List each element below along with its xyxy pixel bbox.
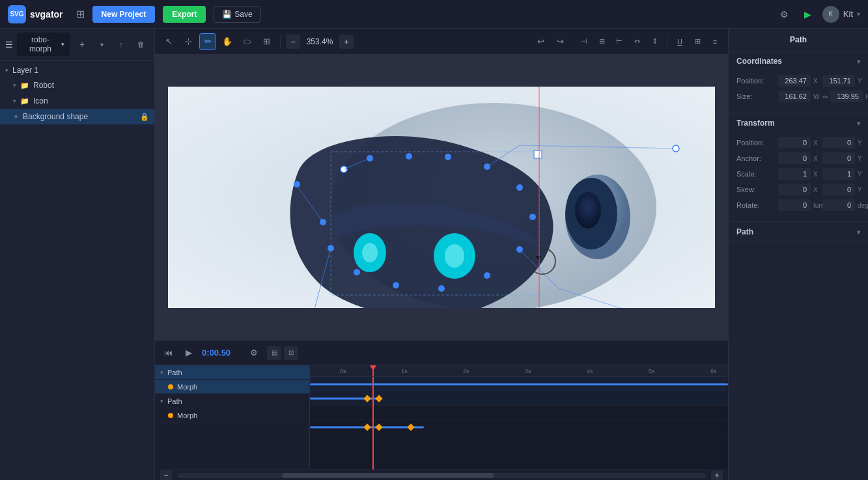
menu-icon[interactable]: ☰ (5, 40, 13, 49)
path-section: Path ▾ (729, 222, 868, 242)
scale-label: Scale: (736, 170, 776, 178)
rotate2-unit: deg (858, 202, 864, 209)
zoom-plus-button[interactable]: + (339, 35, 354, 49)
transform-tool-button[interactable]: ⊹ (180, 33, 197, 50)
scale-y-value[interactable]: 1 (822, 168, 855, 180)
align-center-button[interactable]: ⊞ (594, 34, 609, 49)
coordinates-header[interactable]: Coordinates ▾ (729, 51, 868, 71)
flip-h-button[interactable]: ⇔ (629, 34, 645, 49)
grid-snap-button[interactable]: ⊞ (690, 34, 705, 49)
distribute-button[interactable]: ≡ (707, 34, 723, 49)
timeline-zoom-out-button[interactable]: − (160, 470, 172, 481)
size-w-value[interactable]: 161.62 (778, 91, 811, 102)
position-y-value[interactable]: 151.71 (822, 75, 855, 87)
underline-button[interactable]: U (672, 34, 688, 49)
size-w-unit: W (813, 93, 820, 100)
svg-point-15 (529, 214, 536, 220)
left-panel: ☰ robo-morph ▾ + ▾ ↑ 🗑 ▾ Layer 1 ▾ 📁 Rob… (0, 29, 155, 480)
timeline-scroll-thumb[interactable] (283, 473, 494, 478)
path-header[interactable]: Path ▾ (729, 222, 868, 242)
keyframe-morph1-2[interactable] (375, 395, 382, 402)
size-h-value[interactable]: 139.95 (830, 91, 863, 102)
transform-pos-x-value[interactable]: 0 (778, 137, 811, 148)
morph2-label: Morph (177, 412, 304, 419)
new-project-button[interactable]: New Project (92, 6, 156, 23)
canvas-area[interactable] (155, 55, 728, 340)
transform-pos-y-value[interactable]: 0 (822, 137, 855, 148)
skew-y-value[interactable]: 0 (822, 184, 855, 195)
path1-chevron-icon: ▾ (160, 369, 163, 376)
anchor-y-value[interactable]: 0 (822, 152, 855, 164)
timeline-panel-icons: ▤ ⊡ (267, 346, 298, 360)
keyframe-morph1-1[interactable] (363, 395, 371, 402)
timeline-label-morph1[interactable]: Morph (155, 380, 309, 394)
rotate-row: Rotate: 0 turn 0 deg (736, 199, 860, 211)
pen-tool-button[interactable]: ✏ (199, 33, 216, 50)
anchor-x-unit: X (813, 155, 820, 162)
transform-pos-y-unit: Y (858, 139, 864, 147)
svg-rect-35 (534, 150, 542, 158)
timeline-skip-start-button[interactable]: ⏮ (160, 345, 176, 361)
sidebar-item-icon[interactable]: ▾ 📁 Icon (0, 93, 154, 109)
tab-robo-morph[interactable]: robo-morph ▾ (17, 33, 70, 56)
collapse-button[interactable]: ↑ (113, 36, 130, 53)
align-right-button[interactable]: ⊢ (611, 34, 627, 49)
flip-v-button[interactable]: ⇕ (647, 34, 662, 49)
zoom-minus-button[interactable]: − (286, 35, 300, 49)
undo-redo: ↩ ↪ (532, 33, 568, 50)
size-h-unit: H (865, 93, 868, 100)
size-link-icon[interactable]: ⇔ (822, 93, 828, 100)
transform-chevron-icon: ▾ (857, 120, 860, 127)
timeline-label-morph2[interactable]: Morph (155, 408, 309, 423)
skew-x-value[interactable]: 0 (778, 184, 811, 195)
add-layer-button[interactable]: + (74, 36, 91, 53)
scale-x-value[interactable]: 1 (778, 168, 811, 180)
user-menu[interactable]: K Kit ▾ (822, 6, 860, 23)
save-button[interactable]: 💾 Save (214, 6, 260, 23)
user-name: Kit (843, 9, 853, 19)
sidebar-item-robot[interactable]: ▾ 📁 Robot (0, 78, 154, 93)
align-left-button[interactable]: ⊣ (576, 34, 592, 49)
export-button[interactable]: Export (163, 6, 206, 23)
settings-icon[interactable]: ⚙ (776, 5, 794, 23)
transform-content: Position: 0 X 0 Y Anchor: 0 X 0 Y Scale: (729, 133, 868, 221)
timeline-scroll-track[interactable] (177, 473, 706, 478)
timeline-zoom-in-button[interactable]: + (711, 470, 723, 481)
undo-button[interactable]: ↩ (532, 33, 549, 50)
timeline-view-btn1[interactable]: ▤ (267, 346, 281, 360)
svg-point-5 (445, 244, 464, 268)
save-icon: 💾 (222, 10, 232, 19)
coordinates-content: Position: 263.47 X 151.71 Y Size: 161.62… (729, 71, 868, 113)
svg-point-19 (393, 282, 399, 289)
ellipse-tool-button[interactable]: ⬭ (238, 33, 255, 50)
delete-layer-button[interactable]: 🗑 (132, 36, 149, 53)
timeline-view-btn2[interactable]: ⊡ (284, 346, 298, 360)
hand-tool-button[interactable]: ✋ (219, 33, 236, 50)
layer-group-layer1[interactable]: ▾ Layer 1 (0, 63, 154, 78)
layer-options-button[interactable]: ▾ (93, 36, 110, 53)
timeline-label-path2[interactable]: ▾ Path (155, 394, 309, 408)
skew-x-unit: X (813, 186, 820, 193)
transform-header[interactable]: Transform ▾ (729, 113, 868, 133)
timeline-track[interactable]: 0s 1s 2s 3s 4s 5s 6s 7s 8s 9s 10s (310, 365, 728, 470)
timeline-play-button[interactable]: ▶ (181, 345, 197, 361)
select-tool-button[interactable]: ↖ (160, 33, 177, 50)
bg-star-icon: ✦ (13, 113, 19, 121)
redo-button[interactable]: ↪ (552, 33, 568, 50)
position-x-value[interactable]: 263.47 (778, 75, 811, 87)
skew-y-unit: Y (858, 186, 864, 193)
size-label: Size: (736, 92, 776, 100)
path-chevron-icon: ▾ (857, 229, 860, 236)
timeline-label-path1[interactable]: ▾ Path (155, 365, 309, 380)
timeline-settings-button[interactable]: ⚙ (246, 345, 262, 361)
keyframe-morph2-2[interactable] (375, 423, 382, 431)
play-icon[interactable]: ▶ (799, 5, 817, 23)
anchor-x-value[interactable]: 0 (778, 152, 811, 164)
rotate2-value[interactable]: 0 (822, 199, 855, 211)
fit-tool-button[interactable]: ⊞ (258, 33, 275, 50)
apps-grid-icon[interactable]: ⊞ (76, 8, 85, 20)
sidebar-item-background-shape[interactable]: ✦ Background shape 🔒 (0, 109, 154, 124)
rotate-value[interactable]: 0 (778, 199, 811, 211)
keyframe-morph2-3[interactable] (407, 423, 414, 431)
keyframe-morph2-1[interactable] (363, 423, 371, 431)
